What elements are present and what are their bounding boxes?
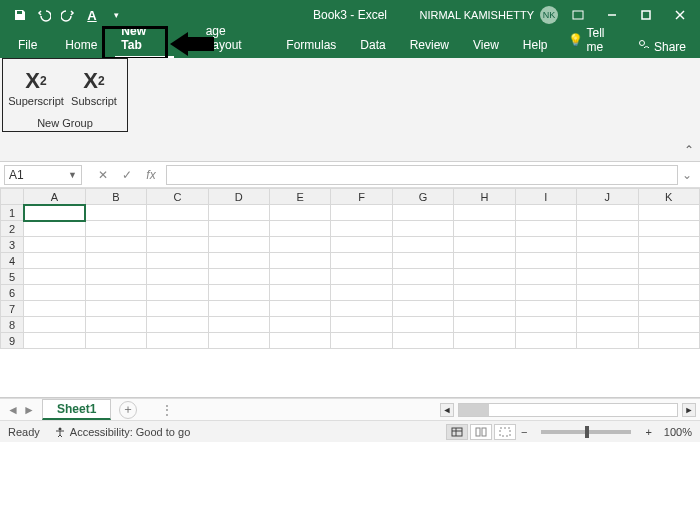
cell[interactable] <box>85 333 146 349</box>
cell[interactable] <box>577 333 638 349</box>
cell[interactable] <box>577 269 638 285</box>
zoom-out-button[interactable]: − <box>517 426 531 438</box>
cell[interactable] <box>269 253 330 269</box>
cell[interactable] <box>515 285 576 301</box>
cell[interactable] <box>147 253 208 269</box>
cell[interactable] <box>331 317 392 333</box>
column-header[interactable]: H <box>454 189 515 205</box>
cell[interactable] <box>392 269 453 285</box>
cell[interactable] <box>208 237 269 253</box>
column-header[interactable]: B <box>85 189 146 205</box>
cell[interactable] <box>638 253 699 269</box>
cell[interactable] <box>515 205 576 221</box>
zoom-in-button[interactable]: + <box>641 426 655 438</box>
share-button[interactable]: Share <box>630 35 694 58</box>
tab-help[interactable]: Help <box>511 34 560 58</box>
column-header[interactable]: E <box>269 189 330 205</box>
cell[interactable] <box>331 237 392 253</box>
cell[interactable] <box>331 221 392 237</box>
spreadsheet-grid[interactable]: ABCDEFGHIJK123456789 <box>0 188 700 398</box>
hscroll-track[interactable] <box>458 403 678 417</box>
cell[interactable] <box>454 269 515 285</box>
column-header[interactable]: G <box>392 189 453 205</box>
cell[interactable] <box>85 301 146 317</box>
split-handle-icon[interactable]: ⋮ <box>141 403 173 417</box>
cell[interactable] <box>638 333 699 349</box>
cell[interactable] <box>454 333 515 349</box>
cell[interactable] <box>577 301 638 317</box>
row-header[interactable]: 8 <box>1 317 24 333</box>
expand-formula-bar-icon[interactable]: ⌄ <box>678 168 696 182</box>
cell[interactable] <box>454 253 515 269</box>
column-header[interactable]: I <box>515 189 576 205</box>
cell[interactable] <box>147 221 208 237</box>
cell[interactable] <box>515 221 576 237</box>
cell[interactable] <box>331 333 392 349</box>
cell[interactable] <box>392 333 453 349</box>
cell[interactable] <box>577 221 638 237</box>
select-all-corner[interactable] <box>1 189 24 205</box>
cell[interactable] <box>638 237 699 253</box>
cell[interactable] <box>147 333 208 349</box>
new-sheet-button[interactable]: ＋ <box>119 401 137 419</box>
view-page-break-button[interactable] <box>494 424 516 440</box>
cell[interactable] <box>269 237 330 253</box>
cell[interactable] <box>147 301 208 317</box>
tab-home[interactable]: Home <box>53 34 109 58</box>
cell[interactable] <box>515 253 576 269</box>
cell[interactable] <box>85 269 146 285</box>
cell[interactable] <box>331 205 392 221</box>
cell[interactable] <box>147 285 208 301</box>
subscript-button[interactable]: X2 Subscript <box>65 63 123 111</box>
cell[interactable] <box>331 253 392 269</box>
collapse-ribbon-icon[interactable]: ⌃ <box>684 143 694 157</box>
cell[interactable] <box>515 269 576 285</box>
sheet-nav-next-icon[interactable]: ► <box>22 403 36 417</box>
font-color-icon[interactable]: A <box>82 5 102 25</box>
name-box[interactable]: A1 ▼ <box>4 165 82 185</box>
cell[interactable] <box>392 221 453 237</box>
cell[interactable] <box>392 205 453 221</box>
cell[interactable] <box>392 253 453 269</box>
row-header[interactable]: 7 <box>1 301 24 317</box>
cell[interactable] <box>24 237 85 253</box>
cell[interactable] <box>85 205 146 221</box>
cell[interactable] <box>147 237 208 253</box>
cell[interactable] <box>208 301 269 317</box>
tab-view[interactable]: View <box>461 34 511 58</box>
fx-icon[interactable]: fx <box>142 166 160 184</box>
cell[interactable] <box>638 301 699 317</box>
row-header[interactable]: 9 <box>1 333 24 349</box>
cell[interactable] <box>269 333 330 349</box>
cell[interactable] <box>24 317 85 333</box>
zoom-value[interactable]: 100% <box>664 426 692 438</box>
cell[interactable] <box>208 333 269 349</box>
cell[interactable] <box>85 237 146 253</box>
cancel-formula-icon[interactable]: ✕ <box>94 166 112 184</box>
cell[interactable] <box>577 237 638 253</box>
enter-formula-icon[interactable]: ✓ <box>118 166 136 184</box>
zoom-slider[interactable] <box>541 430 631 434</box>
cell[interactable] <box>269 317 330 333</box>
cell[interactable] <box>331 269 392 285</box>
cell[interactable] <box>208 317 269 333</box>
cell[interactable] <box>147 205 208 221</box>
cell[interactable] <box>638 285 699 301</box>
cell[interactable] <box>577 285 638 301</box>
cell[interactable] <box>331 285 392 301</box>
cell[interactable] <box>638 317 699 333</box>
cell[interactable] <box>515 237 576 253</box>
cell[interactable] <box>454 317 515 333</box>
cell[interactable] <box>208 221 269 237</box>
superscript-button[interactable]: X2 Superscript <box>7 63 65 111</box>
window-maximize-button[interactable] <box>632 0 660 30</box>
zoom-slider-knob[interactable] <box>585 426 589 438</box>
cell[interactable] <box>85 221 146 237</box>
cell[interactable] <box>577 205 638 221</box>
column-header[interactable]: K <box>638 189 699 205</box>
window-close-button[interactable] <box>666 0 694 30</box>
view-page-layout-button[interactable] <box>470 424 492 440</box>
cell[interactable] <box>454 205 515 221</box>
column-header[interactable]: F <box>331 189 392 205</box>
row-header[interactable]: 2 <box>1 221 24 237</box>
